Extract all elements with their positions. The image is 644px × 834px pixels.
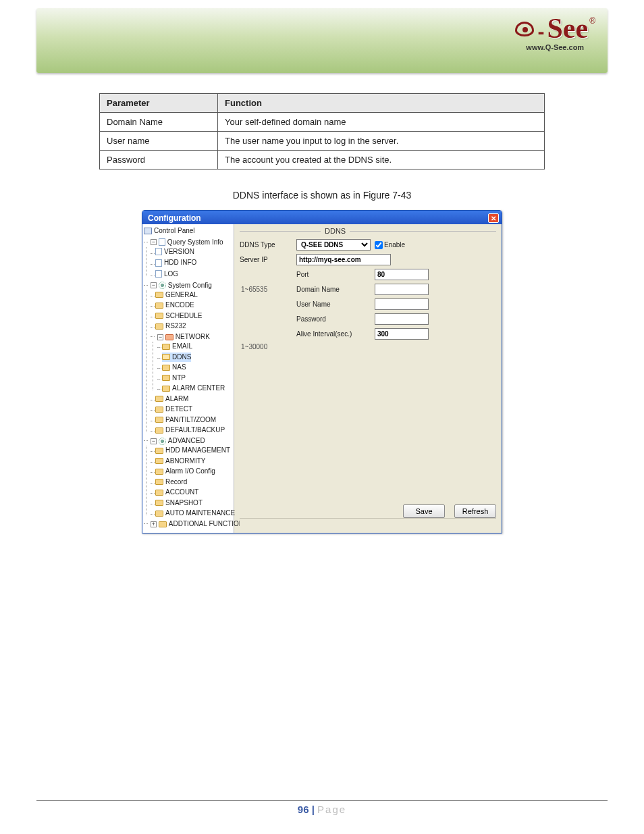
table-row: The account you created at the DDNS site… <box>218 151 545 170</box>
folder-icon <box>155 511 163 517</box>
nav-tree[interactable]: Control Panel − Query System Info VERSIO… <box>142 224 234 533</box>
tree-abnormity[interactable]: ABNORMITY <box>155 457 205 466</box>
folder-icon <box>155 490 163 496</box>
tree-alarm-io-config[interactable]: Alarm I/O Config <box>155 467 215 476</box>
folder-icon <box>155 448 163 454</box>
tree-auto-maintenance[interactable]: AUTO MAINTENANCE <box>155 509 235 518</box>
panel-title: DDNS <box>325 227 346 235</box>
close-icon[interactable]: ✕ <box>488 213 499 223</box>
folder-open-icon <box>162 354 170 360</box>
alive-interval-input[interactable] <box>375 328 429 340</box>
page-footer: 96 | Page <box>36 800 608 815</box>
folder-icon <box>155 500 163 506</box>
tree-alarm-center[interactable]: ALARM CENTER <box>162 384 225 393</box>
label-ddns-type: DDNS Type <box>240 241 292 249</box>
collapse-icon[interactable]: − <box>151 239 157 245</box>
alive-range: 1~30000 <box>240 343 292 350</box>
gear-icon <box>159 438 166 445</box>
ddns-type-select[interactable]: Q-SEE DDNS <box>296 239 371 251</box>
folder-icon <box>162 386 170 392</box>
tree-encode[interactable]: ENCODE <box>155 301 194 310</box>
function-header: Function <box>218 94 545 113</box>
page-icon <box>155 270 162 278</box>
page-icon <box>155 259 162 267</box>
page-icon <box>155 248 162 255</box>
gear-icon <box>159 282 166 289</box>
tree-system-config[interactable]: − System Config <box>151 281 212 290</box>
table-row: Your self-defined domain name <box>218 113 545 132</box>
tree-query-system-info[interactable]: − Query System Info <box>151 238 223 247</box>
tree-nas[interactable]: NAS <box>162 363 186 372</box>
tree-network[interactable]: − NETWORK <box>157 332 210 342</box>
tree-ddns[interactable]: DDNS <box>162 353 191 362</box>
tree-additional-function[interactable]: + ADDTIONAL FUNCTION <box>151 519 244 529</box>
refresh-button[interactable]: Refresh <box>454 504 496 518</box>
collapse-icon[interactable]: − <box>151 282 157 288</box>
dialog-titlebar[interactable]: Configuration ✕ <box>142 211 502 224</box>
eye-icon <box>515 22 534 36</box>
expand-icon[interactable]: + <box>151 521 157 527</box>
enable-checkbox[interactable] <box>375 241 383 249</box>
tree-ntp[interactable]: NTP <box>162 373 186 383</box>
header-banner: - See ® www.Q-See.com <box>36 8 608 73</box>
tree-email[interactable]: EMAIL <box>162 342 192 351</box>
port-input[interactable] <box>375 269 429 280</box>
tree-log[interactable]: LOG <box>155 269 178 279</box>
status-bar <box>240 518 496 529</box>
password-input[interactable] <box>375 313 429 325</box>
tree-ptz[interactable]: PAN/TILT/ZOOM <box>155 415 216 425</box>
tree-version[interactable]: VERSION <box>155 247 194 257</box>
folder-icon <box>155 417 163 423</box>
folder-icon <box>165 334 173 340</box>
label-server-ip: Server IP <box>240 256 292 263</box>
folder-icon <box>155 303 163 309</box>
label-domain-name: Domain Name <box>296 286 371 293</box>
page-icon <box>159 238 165 246</box>
table-row: Password <box>100 151 218 170</box>
tree-snapshot[interactable]: SNAPSHOT <box>155 498 203 508</box>
label-port: Port <box>296 271 371 278</box>
table-row: The user name you input to log in the se… <box>218 132 545 151</box>
collapse-icon[interactable]: − <box>151 438 157 444</box>
folder-icon <box>155 427 163 434</box>
user-name-input[interactable] <box>375 298 429 310</box>
folder-icon <box>155 396 163 402</box>
tree-hdd-info[interactable]: HDD INFO <box>155 258 196 267</box>
param-header: Parameter <box>100 94 218 113</box>
tree-schedule[interactable]: SCHEDULE <box>155 311 202 321</box>
tree-detect[interactable]: DETECT <box>155 405 192 414</box>
server-ip-input[interactable] <box>296 254 391 265</box>
folder-icon <box>162 344 170 350</box>
folder-icon <box>155 407 163 413</box>
ddns-panel: DDNS DDNS Type Q-SEE DDNS Enable Server … <box>234 224 502 533</box>
port-range: 1~65535 <box>240 286 292 293</box>
folder-icon <box>155 323 163 330</box>
folder-icon <box>159 521 167 527</box>
save-button[interactable]: Save <box>403 504 445 518</box>
folder-icon <box>155 292 163 298</box>
folder-icon <box>162 375 170 381</box>
dialog-title: Configuration <box>148 213 201 223</box>
brand-logo: - See ® <box>515 16 596 42</box>
tree-hdd-management[interactable]: HDD MANAGEMENT <box>155 446 230 455</box>
tree-record[interactable]: Record <box>155 477 187 487</box>
domain-name-input[interactable] <box>375 284 429 295</box>
tree-account[interactable]: ACCOUNT <box>155 488 198 497</box>
folder-icon <box>155 313 163 319</box>
tree-advanced[interactable]: − ADVANCED <box>151 436 205 446</box>
tree-default-backup[interactable]: DEFAULT/BACKUP <box>155 425 225 435</box>
label-password: Password <box>296 315 371 323</box>
folder-icon <box>155 458 163 464</box>
enable-label: Enable <box>384 241 405 249</box>
folder-icon <box>155 479 163 485</box>
collapse-icon[interactable]: − <box>157 334 163 340</box>
table-row: User name <box>100 132 218 151</box>
folder-icon <box>155 469 163 475</box>
label-alive-interval: Alive Interval(sec.) <box>296 330 371 338</box>
tree-rs232[interactable]: RS232 <box>155 321 186 331</box>
tree-alarm[interactable]: ALARM <box>155 394 188 404</box>
tree-general[interactable]: GENERAL <box>155 290 198 300</box>
tree-control-panel[interactable]: Control Panel <box>144 226 195 236</box>
parameter-table: Parameter Function Domain Name Your self… <box>99 93 545 170</box>
configuration-dialog: Configuration ✕ Control Panel <box>142 210 502 533</box>
